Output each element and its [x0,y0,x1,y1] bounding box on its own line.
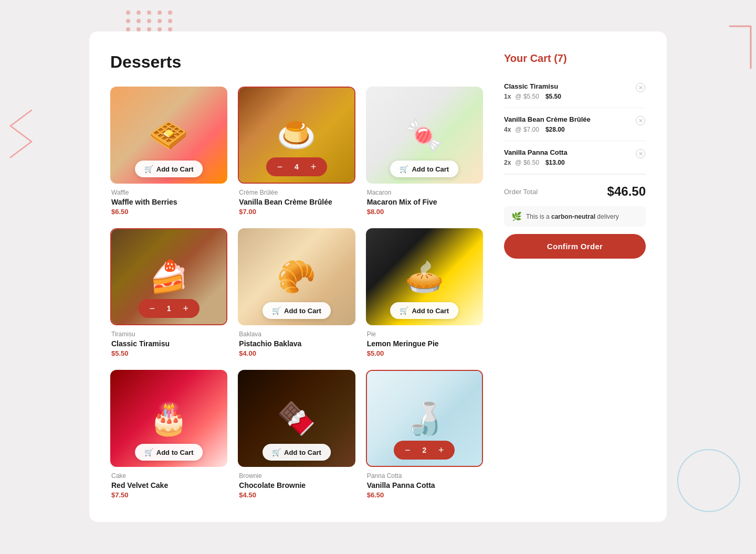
confirm-order-button[interactable]: Confirm Order [504,234,646,259]
cart-item-total-creme-brulee: $28.00 [545,126,565,133]
cart-item-name-creme-brulee: Vanilla Bean Crème Brûlée [504,115,646,123]
cart-item-unit-creme-brulee: @ $7.00 [515,126,539,133]
cart-item-creme-brulee: Vanilla Bean Crème Brûlée 4x @ $7.00 $28… [504,108,646,141]
product-card-macaron: 🍬 🛒 Add to Cart Macaron Macaron Mix of F… [366,87,483,218]
product-card-lemon-pie: 🥧 🛒 Add to Cart Pie Lemon Meringue Pie $… [366,228,483,359]
cart-item-qty-panna-cotta: 2x [504,159,511,166]
product-name-waffle: Waffle with Berries [111,198,226,206]
quantity-control-tiramisu: − 1 + [139,299,200,318]
product-name-brownie: Chocolate Brownie [239,481,354,489]
cart-icon-macaron: 🛒 [400,165,408,173]
product-category-brownie: Brownie [239,472,354,480]
cart-item-name-panna-cotta: Vanilla Panna Cotta [504,148,646,156]
product-name-baklava: Pistachio Baklava [239,339,354,348]
cart-item-qty-creme-brulee: 4x [504,126,511,133]
add-to-cart-brownie[interactable]: 🛒 Add to Cart [262,444,331,461]
product-card-brownie: 🍫 🛒 Add to Cart Brownie Chocolate Browni… [238,370,355,501]
product-info-baklava: Baklava Pistachio Baklava $4.00 [238,325,355,359]
decrease-tiramisu[interactable]: − [147,303,158,314]
product-name-red-velvet: Red Velvet Cake [111,481,226,489]
decrease-panna-cotta[interactable]: − [402,445,413,455]
remove-icon-panna-cotta: ✕ [636,149,645,158]
add-to-cart-baklava[interactable]: 🛒 Add to Cart [262,302,331,319]
product-category-waffle: Waffle [111,189,226,196]
background-circle-decoration [677,449,740,512]
cart-item-total-panna-cotta: $13.00 [545,159,565,166]
product-card-panna-cotta: 🍶 − 2 + Panna Cotta Vanilla Panna Cotta … [366,370,483,501]
cart-icon-baklava: 🛒 [272,306,281,315]
product-price-macaron: $8.00 [367,208,482,216]
remove-icon-creme-brulee: ✕ [636,116,645,125]
product-name-panna-cotta: Vanilla Panna Cotta [367,481,482,489]
quantity-control-panna-cotta: − 2 + [394,441,455,460]
product-image-waffle: 🧇 🛒 Add to Cart [110,87,227,184]
cart-item-name-tiramisu: Classic Tiramisu [504,82,646,90]
product-card-red-velvet: 🎂 🛒 Add to Cart Cake Red Velvet Cake $7.… [110,370,227,501]
product-info-brownie: Brownie Chocolate Brownie $4.50 [238,467,355,501]
product-card-waffle: 🧇 🛒 Add to Cart Waffle Waffle with Berri… [110,87,227,218]
product-price-red-velvet: $7.50 [111,491,226,499]
product-card-baklava: 🥐 🛒 Add to Cart Baklava Pistachio Baklav… [238,228,355,359]
product-info-creme-brulee: Crème Brûlée Vanilla Bean Crème Brûlée $… [238,184,355,218]
cart-icon: 🛒 [144,165,153,173]
product-image-brownie: 🍫 🛒 Add to Cart [238,370,355,467]
cart-icon-lemon-pie: 🛒 [400,306,408,315]
product-price-tiramisu: $5.50 [111,349,226,357]
product-price-lemon-pie: $5.00 [367,349,482,357]
qty-value-tiramisu: 1 [165,304,173,313]
quantity-control-creme-brulee: − 4 + [266,157,327,176]
cart-icon-red-velvet: 🛒 [144,448,153,456]
product-name-lemon-pie: Lemon Meringue Pie [367,339,482,348]
product-price-creme-brulee: $7.00 [239,208,354,216]
add-to-cart-waffle[interactable]: 🛒 Add to Cart [135,161,203,177]
cart-item-tiramisu: Classic Tiramisu 1x @ $5.50 $5.50 ✕ [504,75,646,108]
product-image-tiramisu: 🍰 − 1 + [110,228,227,325]
leaf-icon: 🌿 [511,211,522,221]
cart-item-total-tiramisu: $5.50 [545,93,561,100]
product-price-brownie: $4.50 [239,491,354,499]
product-image-red-velvet: 🎂 🛒 Add to Cart [110,370,227,467]
add-to-cart-lemon-pie[interactable]: 🛒 Add to Cart [390,302,458,319]
product-category-macaron: Macaron [367,189,482,196]
product-grid: 🧇 🛒 Add to Cart Waffle Waffle with Berri… [110,87,483,501]
product-image-creme-brulee: 🍮 − 4 + [238,87,355,184]
product-image-panna-cotta: 🍶 − 2 + [366,370,483,467]
increase-panna-cotta[interactable]: + [436,445,446,455]
product-name-creme-brulee: Vanilla Bean Crème Brûlée [239,198,354,206]
product-info-tiramisu: Tiramisu Classic Tiramisu $5.50 [110,325,227,359]
product-price-panna-cotta: $6.50 [367,491,482,499]
cart-item-qty-tiramisu: 1x [504,93,511,100]
remove-creme-brulee-button[interactable]: ✕ [635,115,646,126]
cart-items-list: Classic Tiramisu 1x @ $5.50 $5.50 ✕ Vani… [504,75,646,174]
product-category-panna-cotta: Panna Cotta [367,472,482,480]
qty-value-creme-brulee: 4 [292,163,301,171]
product-info-lemon-pie: Pie Lemon Meringue Pie $5.00 [366,325,483,359]
increase-creme-brulee[interactable]: + [308,162,319,172]
product-category-lemon-pie: Pie [367,331,482,338]
background-corner-decoration [714,21,756,76]
remove-panna-cotta-button[interactable]: ✕ [635,148,646,159]
main-content-card: Desserts 🧇 🛒 Add to Cart Waffle Waffle w… [89,31,667,522]
decrease-creme-brulee[interactable]: − [275,162,285,172]
product-category-baklava: Baklava [239,331,354,338]
product-price-baklava: $4.00 [239,349,354,357]
product-image-lemon-pie: 🥧 🛒 Add to Cart [366,228,483,325]
remove-tiramisu-button[interactable]: ✕ [635,82,646,93]
increase-tiramisu[interactable]: + [181,303,191,314]
order-total-row: Order Total $46.50 [504,174,646,206]
product-category-red-velvet: Cake [111,472,226,480]
add-to-cart-macaron[interactable]: 🛒 Add to Cart [390,161,458,177]
cart-title: Your Cart (7) [504,52,646,65]
remove-icon-tiramisu: ✕ [636,83,645,92]
qty-value-panna-cotta: 2 [420,446,428,454]
page-title: Desserts [110,52,483,72]
cart-icon-brownie: 🛒 [272,448,281,456]
product-info-red-velvet: Cake Red Velvet Cake $7.50 [110,467,227,501]
carbon-neutral-text: carbon-neutral [551,213,595,220]
product-card-creme-brulee: 🍮 − 4 + Crème Brûlée Vanilla Bean Crème … [238,87,355,218]
product-name-macaron: Macaron Mix of Five [367,198,482,206]
product-category-tiramisu: Tiramisu [111,331,226,338]
product-category-creme-brulee: Crème Brûlée [239,189,354,196]
add-to-cart-red-velvet[interactable]: 🛒 Add to Cart [135,444,203,461]
order-total-label: Order Total [504,188,538,196]
